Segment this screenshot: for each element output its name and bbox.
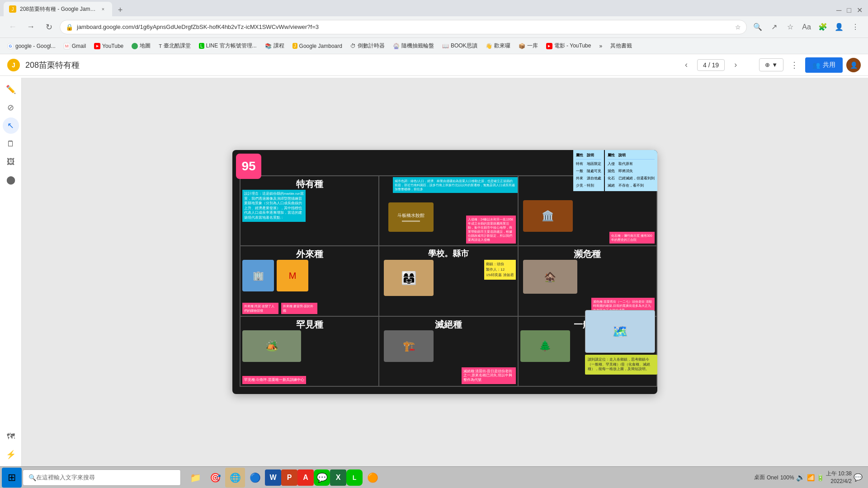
- legend-r-row2-desc: 即將消失: [618, 168, 633, 175]
- bookmark-book[interactable]: 📖 BOOK思讀: [439, 40, 481, 52]
- line-favicon: L: [199, 43, 204, 49]
- forward-button[interactable]: →: [24, 20, 38, 34]
- legend-row3-attr: 外來: [576, 175, 583, 182]
- minimize-button[interactable]: ─: [835, 5, 843, 16]
- bookmark-line[interactable]: L LINE 官方帳號管理...: [195, 40, 260, 52]
- maximize-button[interactable]: □: [845, 5, 853, 16]
- next-page-button[interactable]: ›: [728, 58, 743, 72]
- translate-icon[interactable]: Aa: [799, 20, 814, 34]
- legend-r-row3-desc: 已經滅絕，但還看到到: [618, 175, 655, 182]
- maps-favicon: [132, 43, 138, 49]
- laser-tool-button[interactable]: ⚡: [3, 446, 19, 463]
- taskbar-line2[interactable]: L: [346, 469, 363, 486]
- taskbar-chrome[interactable]: 🟠: [363, 468, 382, 488]
- zoom-percent: 100%: [780, 474, 794, 481]
- new-tab-button[interactable]: +: [114, 4, 127, 16]
- taskbar-ppt[interactable]: P: [281, 469, 297, 486]
- bookmark-movie-yt[interactable]: 電影 - YouTube: [542, 40, 595, 52]
- fossil-photo: 🏛️: [523, 200, 573, 232]
- bookmark-wheel[interactable]: 🎡 隨機抽籤輪盤: [389, 40, 438, 52]
- bookmark-maps[interactable]: 地圖: [128, 40, 154, 52]
- taskbar-line[interactable]: 💬: [314, 469, 330, 486]
- cell-endangered-title: 瀕危種: [519, 246, 656, 260]
- app-bar: J 208苗栗特有種 ‹ 4 / 19 › ⊕ ▼ ⋮ 👥 共用 👤: [0, 54, 868, 76]
- bookmark-library[interactable]: 📦 一库: [515, 40, 542, 52]
- taskbar-edge[interactable]: 🔵: [245, 468, 265, 488]
- taskbar-word[interactable]: W: [265, 469, 281, 486]
- taskbar-search[interactable]: 🔍 在這裡輸入文字來搜尋: [23, 469, 181, 486]
- close-button[interactable]: ✕: [855, 4, 864, 16]
- map-tool-button[interactable]: 🗺: [3, 428, 19, 445]
- movie-yt-favicon: [546, 43, 552, 49]
- taskbar-excel[interactable]: X: [330, 469, 346, 486]
- cell-extinct-title: 滅絕種: [379, 317, 517, 331]
- nav-icons: 🔍 ↗ ☆ Aa 🧩 👤 ⋮: [750, 20, 863, 34]
- battery-icon[interactable]: 🔋: [816, 474, 824, 481]
- speaker-icon[interactable]: 🔊: [796, 473, 805, 482]
- legend-right: 屬性 說明 入侵取代原有 瀕危即將消失 化石已經滅絕，但還看到到 滅絕不存在，看…: [605, 150, 657, 191]
- taskbar-acrobat[interactable]: A: [297, 469, 314, 486]
- invasive-top-sticky: 城市色調：綠色/人口，經濟、林業由邊疆始為苗栗人口移動之源，也是確立正規縣的前題…: [393, 177, 517, 193]
- desktop-icon[interactable]: 桌面: [754, 474, 765, 481]
- prev-page-button[interactable]: ‹: [679, 58, 693, 72]
- bookmark-welcome[interactable]: 👋 歡來囉: [482, 40, 514, 52]
- extension-icon[interactable]: 🧩: [816, 20, 830, 34]
- pen-tool-button[interactable]: ✏️: [3, 81, 19, 98]
- legend-row1-attr: 特有: [576, 160, 583, 168]
- bookmark-other[interactable]: 其他書籤: [607, 40, 636, 52]
- bookmark-taipei[interactable]: T 臺北酷課堂: [155, 40, 194, 52]
- bookmark-book-label: BOOK思讀: [451, 42, 477, 50]
- bookmark-movie-yt-label: 電影 - YouTube: [554, 42, 591, 50]
- eraser-tool-button[interactable]: ⊘: [3, 99, 19, 116]
- network-icon[interactable]: 📶: [807, 474, 815, 481]
- bookmark-course[interactable]: 📚 課程: [261, 40, 288, 52]
- taskbar-app3[interactable]: 🌐: [225, 468, 245, 488]
- taskbar-clock[interactable]: 上午 10:38 2022/4/2: [826, 470, 852, 485]
- app-title: 208苗栗特有種: [25, 60, 674, 70]
- star-icon[interactable]: ☆: [783, 20, 797, 34]
- legend-row2-desc: 隨處可見: [587, 168, 601, 175]
- taskbar-right: 桌面 OneI 100% 🔊 📶 🔋 上午 10:38 2022/4/2 💬: [754, 470, 866, 485]
- search-icon[interactable]: 🔍: [750, 20, 765, 34]
- share-icon[interactable]: ↗: [767, 20, 781, 34]
- more-options-button[interactable]: ⋮: [787, 58, 802, 72]
- select-tool-button[interactable]: ↖: [3, 117, 19, 134]
- address-bar[interactable]: 🔒 jamboard.google.com/d/1g6yApnsGdUeDrgf…: [60, 20, 747, 34]
- notification-icon[interactable]: 💬: [854, 473, 863, 482]
- canvas-area[interactable]: 95 屬性 說明 特有地區限定 一般隨處可見 外來源自他處 少見・特別 屬性 說…: [22, 78, 868, 466]
- profile-icon[interactable]: 👤: [832, 20, 846, 34]
- cell-invasive: 入侵種 城市色調：綠色/人口，經濟、林業由邊疆始為苗栗人口移動之源，也是確立正規…: [379, 176, 518, 246]
- taskbar-fileexplorer[interactable]: 📁: [185, 468, 205, 488]
- taskbar-app2[interactable]: 🎯: [205, 468, 225, 488]
- user-avatar[interactable]: 👤: [846, 58, 861, 72]
- start-button[interactable]: ⊞: [2, 468, 22, 488]
- back-button[interactable]: ←: [5, 20, 20, 34]
- note-tool-button[interactable]: 🗒: [3, 136, 19, 152]
- active-tab[interactable]: J 208苗栗特有種 - Google Jambo... ×: [4, 2, 112, 16]
- shape-tool-button[interactable]: ⬤: [3, 172, 19, 188]
- cell-rare: 罕見種 🏕️ 罕見種:斗煥坪-苗栗唯一新兵訓練中心: [240, 316, 379, 386]
- present-button[interactable]: ⊕ ▼: [759, 58, 783, 71]
- tab-close-button[interactable]: ×: [99, 5, 107, 13]
- image-tool-button[interactable]: 🖼: [3, 154, 19, 170]
- refresh-button[interactable]: ↻: [42, 20, 56, 34]
- bookmark-youtube[interactable]: YouTube: [90, 41, 127, 51]
- bookmark-timer[interactable]: ⏱ 倒數計時器: [347, 40, 388, 52]
- bookmark-gmail[interactable]: M Gmail: [60, 41, 90, 51]
- bookmark-star-icon[interactable]: ☆: [735, 23, 741, 31]
- bookmark-google[interactable]: G google - Googl...: [4, 41, 59, 51]
- menu-button[interactable]: ⋮: [848, 20, 863, 34]
- welcome-favicon: 👋: [486, 43, 492, 49]
- endangered-photo: 🏚️: [523, 260, 577, 294]
- course-favicon: 📚: [265, 43, 272, 49]
- cell-exotic-title: 外來種: [241, 246, 378, 260]
- legend-left: 屬性 說明 特有地區限定 一般隨處可見 外來源自他處 少見・特別: [573, 150, 604, 191]
- fossil-sticky: 化石種：彌竹南古窯 擁有300年的歷史的三合院: [609, 232, 655, 244]
- share-button[interactable]: 👥 共用: [805, 57, 843, 73]
- bookmark-more[interactable]: »: [595, 41, 606, 51]
- legend-r-row4-desc: 不存在，看不到: [618, 182, 644, 189]
- endemic-sticky: 設計理念：這是鎮份縣的marble.run當景，我們透過圖像及演繹型態描繪苗栗縣…: [242, 190, 306, 222]
- page-indicator[interactable]: 4 / 19: [697, 59, 725, 71]
- legend-row4-attr: 少見・特別: [576, 182, 594, 189]
- bookmark-jamboard[interactable]: J Google Jamboard: [289, 41, 346, 51]
